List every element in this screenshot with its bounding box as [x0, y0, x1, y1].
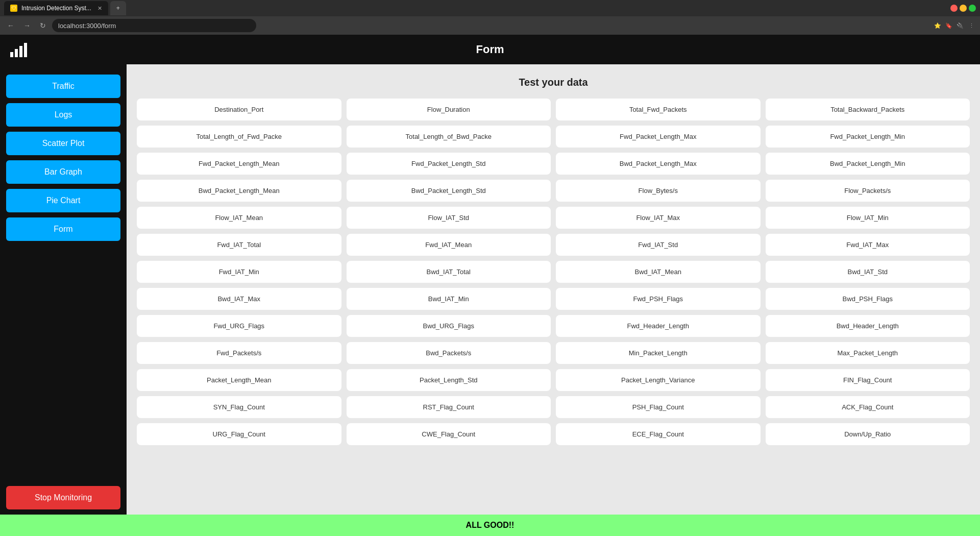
field-box[interactable]: Flow_IAT_Min	[766, 207, 970, 229]
field-box[interactable]: Packet_Length_Mean	[137, 369, 341, 391]
field-box[interactable]: Flow_Packets/s	[766, 180, 970, 202]
active-tab[interactable]: 🛡 Intrusion Detection Syst... ✕	[4, 1, 108, 15]
field-box[interactable]: PSH_Flag_Count	[556, 396, 761, 418]
field-box[interactable]: Bwd_Packets/s	[347, 342, 551, 364]
reload-button[interactable]: ↻	[37, 20, 49, 31]
field-box[interactable]: Fwd_Header_Length	[556, 315, 761, 337]
field-box[interactable]: Total_Fwd_Packets	[556, 99, 761, 120]
sidebar-item-scatter-plot[interactable]: Scatter Plot	[6, 132, 120, 155]
field-box[interactable]: Packet_Length_Std	[347, 369, 551, 391]
window-maximize-button[interactable]	[969, 5, 976, 12]
address-bar[interactable]	[52, 19, 256, 32]
field-box[interactable]: Total_Length_of_Fwd_Packe	[137, 126, 341, 148]
field-box[interactable]: Flow_IAT_Std	[347, 207, 551, 229]
field-box[interactable]: Fwd_Packet_Length_Max	[556, 126, 761, 148]
sidebar-item-logs[interactable]: Logs	[6, 103, 120, 127]
field-box[interactable]: Packet_Length_Variance	[556, 369, 761, 391]
field-box[interactable]: Fwd_URG_Flags	[137, 315, 341, 337]
field-box[interactable]: Bwd_URG_Flags	[347, 315, 551, 337]
field-box[interactable]: Max_Packet_Length	[766, 342, 970, 364]
field-box[interactable]: Bwd_IAT_Min	[347, 288, 551, 310]
browser-icon-2[interactable]: 🔖	[944, 21, 953, 30]
field-box[interactable]: ECE_Flag_Count	[556, 423, 761, 445]
field-box[interactable]: Bwd_IAT_Mean	[556, 261, 761, 283]
browser-menu-button[interactable]: ⋮	[967, 21, 976, 30]
field-box[interactable]: Fwd_IAT_Total	[137, 234, 341, 256]
field-box[interactable]: Bwd_Packet_Length_Mean	[137, 180, 341, 202]
back-button[interactable]: ←	[4, 20, 17, 31]
field-box[interactable]: Fwd_PSH_Flags	[556, 288, 761, 310]
form-page-title: Test your data	[137, 77, 970, 88]
sidebar-item-bar-graph[interactable]: Bar Graph	[6, 160, 120, 184]
field-box[interactable]: Fwd_Packet_Length_Min	[766, 126, 970, 148]
tab-close-icon[interactable]: ✕	[97, 5, 102, 12]
field-box[interactable]: Bwd_IAT_Total	[347, 261, 551, 283]
field-box[interactable]: Down/Up_Ratio	[766, 423, 970, 445]
field-box[interactable]: Fwd_IAT_Std	[556, 234, 761, 256]
field-box[interactable]: Fwd_Packet_Length_Mean	[137, 153, 341, 175]
sidebar-item-form[interactable]: Form	[6, 217, 120, 241]
field-box[interactable]: Bwd_IAT_Std	[766, 261, 970, 283]
field-box[interactable]: Destination_Port	[137, 99, 341, 120]
field-box[interactable]: Flow_Bytes/s	[556, 180, 761, 202]
field-box[interactable]: Fwd_Packet_Length_Std	[347, 153, 551, 175]
logo	[10, 42, 27, 57]
field-box[interactable]: Fwd_Packets/s	[137, 342, 341, 364]
field-box[interactable]: ACK_Flag_Count	[766, 396, 970, 418]
tab-favicon: 🛡	[10, 5, 17, 12]
field-box[interactable]: Flow_IAT_Mean	[137, 207, 341, 229]
field-box[interactable]: Total_Length_of_Bwd_Packe	[347, 126, 551, 148]
page-title: Form	[476, 43, 504, 56]
field-box[interactable]: Flow_Duration	[347, 99, 551, 120]
field-box[interactable]: SYN_Flag_Count	[137, 396, 341, 418]
browser-icon-3[interactable]: 🔌	[955, 21, 965, 30]
field-box[interactable]: Fwd_IAT_Mean	[347, 234, 551, 256]
new-tab-button[interactable]: +	[110, 1, 126, 15]
field-box[interactable]: FIN_Flag_Count	[766, 369, 970, 391]
fields-grid: Destination_PortFlow_DurationTotal_Fwd_P…	[137, 99, 970, 445]
main-content: Test your data Destination_PortFlow_Dura…	[127, 64, 980, 515]
sidebar-item-traffic[interactable]: Traffic	[6, 75, 120, 98]
sidebar-item-pie-chart[interactable]: Pie Chart	[6, 189, 120, 212]
stop-monitoring-button[interactable]: Stop Monitoring	[6, 486, 120, 509]
footer-status: ALL GOOD!!	[0, 515, 980, 536]
field-box[interactable]: Min_Packet_Length	[556, 342, 761, 364]
window-close-button[interactable]	[950, 5, 958, 12]
field-box[interactable]: URG_Flag_Count	[137, 423, 341, 445]
field-box[interactable]: Bwd_PSH_Flags	[766, 288, 970, 310]
field-box[interactable]: Bwd_IAT_Max	[137, 288, 341, 310]
field-box[interactable]: CWE_Flag_Count	[347, 423, 551, 445]
field-box[interactable]: Bwd_Header_Length	[766, 315, 970, 337]
forward-button[interactable]: →	[20, 20, 34, 31]
app-header: Form	[0, 35, 980, 64]
window-minimize-button[interactable]	[960, 5, 967, 12]
field-box[interactable]: Fwd_IAT_Min	[137, 261, 341, 283]
field-box[interactable]: RST_Flag_Count	[347, 396, 551, 418]
sidebar: Traffic Logs Scatter Plot Bar Graph Pie …	[0, 64, 127, 515]
field-box[interactable]: Total_Backward_Packets	[766, 99, 970, 120]
field-box[interactable]: Bwd_Packet_Length_Max	[556, 153, 761, 175]
browser-icon-1[interactable]: ⭐	[933, 21, 942, 30]
field-box[interactable]: Bwd_Packet_Length_Min	[766, 153, 970, 175]
field-box[interactable]: Fwd_IAT_Max	[766, 234, 970, 256]
tab-title: Intrusion Detection Syst...	[21, 5, 91, 12]
field-box[interactable]: Bwd_Packet_Length_Std	[347, 180, 551, 202]
field-box[interactable]: Flow_IAT_Max	[556, 207, 761, 229]
